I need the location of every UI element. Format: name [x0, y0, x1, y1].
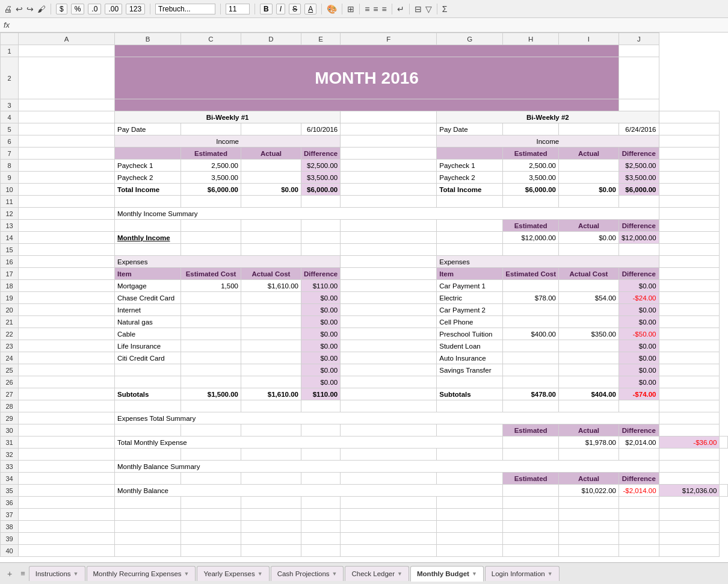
cell-e18[interactable]: $110.00 — [301, 280, 341, 292]
cell-a1[interactable] — [19, 45, 115, 57]
cell-j27[interactable]: -$74.00 — [618, 388, 659, 400]
align-left-icon[interactable]: ≡ — [365, 4, 369, 14]
cell-f32[interactable] — [341, 449, 437, 461]
cell-h18[interactable] — [503, 280, 559, 292]
tab-check-ledger[interactable]: Check Ledger ▼ — [345, 566, 409, 581]
cell-d38[interactable] — [241, 521, 301, 533]
cell-c11[interactable] — [181, 196, 241, 208]
cell-k13[interactable] — [659, 220, 720, 232]
cell-g10[interactable]: Total Income — [437, 184, 503, 196]
tab-instructions-dropdown[interactable]: ▼ — [73, 571, 79, 577]
cell-i14[interactable]: $0.00 — [558, 232, 618, 244]
cell-c32[interactable] — [181, 449, 241, 461]
cell-e32[interactable] — [301, 449, 341, 461]
cell-j9[interactable]: $3,500.00 — [618, 172, 659, 184]
cell-f36[interactable] — [341, 497, 437, 509]
cell-d27[interactable]: $1,610.00 — [241, 388, 301, 400]
undo-icon[interactable]: ↩ — [16, 4, 23, 14]
cell-a16[interactable] — [19, 256, 115, 268]
cell-j26[interactable]: $0.00 — [618, 376, 659, 388]
cell-c24[interactable] — [181, 352, 241, 364]
cell-f17[interactable] — [341, 268, 437, 280]
col-header-b[interactable]: B — [115, 33, 181, 45]
cell-c40[interactable] — [181, 545, 241, 557]
cell-f5[interactable] — [341, 123, 437, 135]
cell-c21[interactable] — [181, 316, 241, 328]
cell-k12[interactable] — [659, 208, 720, 220]
cell-a9[interactable] — [19, 172, 115, 184]
cell-i28[interactable] — [558, 400, 618, 412]
cell-k31[interactable] — [720, 436, 728, 449]
cell-f8[interactable] — [341, 160, 437, 172]
col-header-j[interactable]: J — [618, 33, 659, 45]
cell-g37[interactable] — [437, 509, 503, 521]
cell-d18[interactable]: $1,610.00 — [241, 280, 301, 292]
cell-f4[interactable] — [341, 111, 437, 123]
cell-b34[interactable] — [115, 473, 181, 485]
cell-b8[interactable]: Paycheck 1 — [115, 160, 181, 172]
cell-i32[interactable] — [558, 449, 618, 461]
cell-a30[interactable] — [19, 424, 115, 436]
cell-j10[interactable]: $6,000.00 — [618, 184, 659, 196]
cell-h27[interactable]: $478.00 — [503, 388, 559, 400]
cell-g8[interactable]: Paycheck 1 — [437, 160, 503, 172]
cell-c15[interactable] — [181, 244, 241, 256]
cell-a40[interactable] — [19, 545, 115, 557]
col-header-c[interactable]: C — [181, 33, 241, 45]
cell-b13[interactable] — [115, 220, 181, 232]
cell-c37[interactable] — [181, 509, 241, 521]
cell-h32[interactable] — [503, 449, 559, 461]
cell-e27[interactable]: $110.00 — [301, 388, 341, 400]
cell-g25[interactable]: Savings Transfer — [437, 364, 503, 376]
cell-j32[interactable] — [618, 449, 659, 461]
decimal-btn[interactable]: .0 — [88, 4, 101, 14]
cell-b21[interactable]: Natural gas — [115, 316, 181, 328]
cell-h38[interactable] — [503, 521, 559, 533]
cell-b18[interactable]: Mortgage — [115, 280, 181, 292]
cell-f40[interactable] — [341, 545, 437, 557]
cell-d9[interactable] — [241, 172, 301, 184]
print-icon[interactable]: 🖨 — [4, 4, 12, 14]
cell-f15[interactable] — [341, 244, 437, 256]
cell-a33[interactable] — [19, 461, 115, 473]
cell-f25[interactable] — [341, 364, 437, 376]
bold-button[interactable]: B — [260, 4, 273, 14]
cell-b26[interactable] — [115, 376, 181, 388]
cell-j36[interactable] — [618, 497, 659, 509]
cell-a36[interactable] — [19, 497, 115, 509]
cell-g14[interactable] — [437, 232, 503, 244]
col-header-h[interactable]: H — [503, 33, 559, 45]
cell-a7[interactable] — [19, 148, 115, 160]
cell-g5[interactable]: Pay Date — [437, 123, 503, 135]
cell-d23[interactable] — [241, 340, 301, 352]
cell-c23[interactable] — [181, 340, 241, 352]
cell-j24[interactable]: $0.00 — [618, 352, 659, 364]
cell-k8[interactable] — [659, 160, 720, 172]
cell-e13[interactable] — [301, 220, 341, 232]
sheet-area[interactable]: A B C D E F G H I J 1 — [0, 33, 728, 562]
cell-g34[interactable] — [437, 473, 503, 485]
cell-b24[interactable]: Citi Credit Card — [115, 352, 181, 364]
cell-a8[interactable] — [19, 160, 115, 172]
cell-i35[interactable]: -$2,014.00 — [618, 485, 659, 497]
cell-j20[interactable]: $0.00 — [618, 304, 659, 316]
cell-b40[interactable] — [115, 545, 181, 557]
cell-h37[interactable] — [503, 509, 559, 521]
cell-d28[interactable] — [241, 400, 301, 412]
cell-f14[interactable] — [341, 232, 437, 244]
cell-a12[interactable] — [19, 208, 115, 220]
sheet-list-button[interactable]: ≡ — [17, 567, 29, 580]
cell-a22[interactable] — [19, 328, 115, 340]
cell-k36[interactable] — [659, 497, 720, 509]
cell-e26[interactable]: $0.00 — [301, 376, 341, 388]
cell-k1[interactable] — [618, 45, 659, 57]
currency-btn[interactable]: $ — [56, 4, 67, 14]
tab-monthly-recurring[interactable]: Monthly Recurring Expenses ▼ — [87, 566, 196, 581]
cell-h24[interactable] — [503, 352, 559, 364]
cell-k37[interactable] — [659, 509, 720, 521]
cell-d26[interactable] — [241, 376, 301, 388]
cell-a15[interactable] — [19, 244, 115, 256]
cell-c13[interactable] — [181, 220, 241, 232]
cell-h15[interactable] — [503, 244, 559, 256]
cell-h31[interactable]: $1,978.00 — [558, 436, 618, 449]
